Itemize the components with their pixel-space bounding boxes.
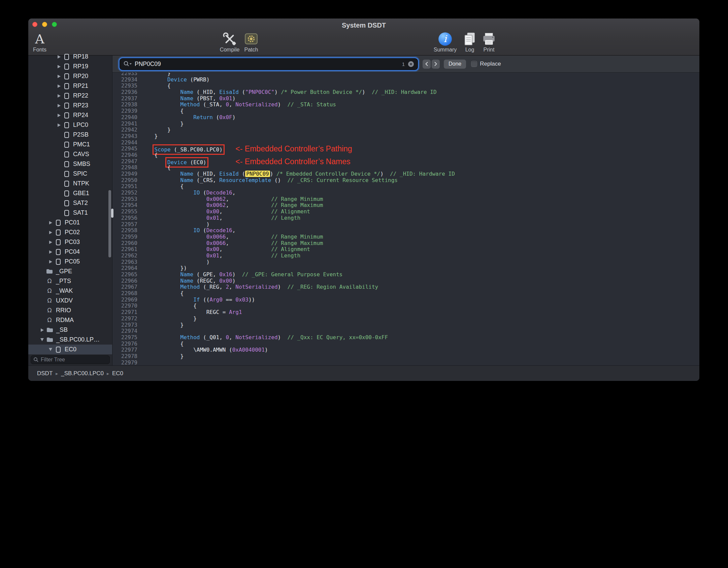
breadcrumb-item[interactable]: DSDT xyxy=(37,370,53,377)
line-number: 22976 xyxy=(112,341,137,347)
search-icon[interactable] xyxy=(123,61,132,67)
disclosure-triangle-icon[interactable] xyxy=(46,221,55,224)
code-line: 22943 } xyxy=(112,133,699,140)
disclosure-triangle-icon[interactable] xyxy=(38,328,46,332)
line-number: 22962 xyxy=(112,253,137,259)
sidebar-item-pc03[interactable]: PC03 xyxy=(28,237,112,247)
toolbar-button-patch[interactable]: Patch xyxy=(239,31,263,53)
code-line: 22966 Name (REGC, 0x00) xyxy=(112,278,699,284)
code-editor[interactable]: 22933 }22934 Device (PWRB)22935 {22936 N… xyxy=(112,73,699,365)
search-field[interactable]: 1 xyxy=(120,59,418,70)
line-number: 22968 xyxy=(112,290,137,297)
code-token: ) xyxy=(232,114,236,120)
sidebar-item-pc05[interactable]: PC05 xyxy=(28,257,112,267)
disclosure-triangle-icon[interactable] xyxy=(55,75,63,78)
sidebar-item-lpc0[interactable]: LPC0 xyxy=(28,120,112,130)
device-icon xyxy=(63,180,70,187)
sidebar-item-smbs[interactable]: SMBS xyxy=(28,159,112,169)
sidebar-item-_sbpc00lp[interactable]: _SB.PC00.LP… xyxy=(28,335,112,345)
line-number: 22950 xyxy=(112,177,137,184)
sidebar-item-_gpe[interactable]: _GPE xyxy=(28,267,112,276)
line-number: 22964 xyxy=(112,265,137,272)
disclosure-triangle-icon[interactable] xyxy=(46,231,55,234)
code-token xyxy=(141,196,206,202)
folder-icon xyxy=(46,268,53,275)
sidebar-item-pc04[interactable]: PC04 xyxy=(28,247,112,257)
disclosure-triangle-icon[interactable] xyxy=(55,55,63,59)
sidebar-item-rdma[interactable]: ΩRDMA xyxy=(28,315,112,325)
device-icon xyxy=(55,346,62,353)
toolbar-button-summary[interactable]: iSummary xyxy=(431,31,459,53)
sidebar-item-pc01[interactable]: PC01 xyxy=(28,218,112,227)
navigation-tree[interactable]: RP18RP19RP20RP21RP22RP23RP24LPC0P2SBPMC1… xyxy=(28,52,112,354)
sidebar-item-pc02[interactable]: PC02 xyxy=(28,227,112,237)
toolbar-button-log[interactable]: Log xyxy=(461,31,478,53)
code-token: EisaId xyxy=(219,171,239,177)
code-token: // _Qxx: EC Query, xx=0x00-0xFF xyxy=(288,334,388,341)
disclosure-triangle-icon[interactable] xyxy=(55,84,63,88)
sidebar-item-ec0[interactable]: EC0 xyxy=(28,345,112,354)
disclosure-triangle-icon[interactable] xyxy=(46,241,55,244)
clear-search-icon[interactable] xyxy=(408,61,414,67)
code-line-content: { xyxy=(141,152,158,158)
code-token: (PWRB) xyxy=(187,76,209,83)
filter-tree-input[interactable] xyxy=(41,357,107,363)
disclosure-triangle-icon[interactable] xyxy=(55,104,63,107)
disclosure-triangle-icon[interactable] xyxy=(46,260,55,263)
disclosure-triangle-icon[interactable] xyxy=(46,250,55,254)
code-token: }) xyxy=(141,265,187,271)
breadcrumb-item[interactable]: _SB.PC00.LPC0 xyxy=(61,370,104,377)
zoom-button[interactable] xyxy=(52,22,57,27)
sidebar-item-ntpk[interactable]: NTPK xyxy=(28,179,112,188)
sidebar-item-rp23[interactable]: RP23 xyxy=(28,101,112,110)
code-line: 22955 0x00, // Alignment xyxy=(112,209,699,215)
sidebar-item-label: GBE1 xyxy=(73,190,89,197)
sidebar-item-rp19[interactable]: RP19 xyxy=(28,62,112,71)
device-icon xyxy=(63,82,70,90)
sidebar-item-gbe1[interactable]: GBE1 xyxy=(28,188,112,198)
sidebar-item-cavs[interactable]: CAVS xyxy=(28,149,112,159)
summary-icon: i xyxy=(437,31,453,47)
sidebar-item-rrio[interactable]: ΩRRIO xyxy=(28,306,112,315)
toolbar-button-print[interactable]: Print xyxy=(478,31,499,53)
sidebar-item-rp20[interactable]: RP20 xyxy=(28,71,112,81)
sidebar-item-label: RRIO xyxy=(56,307,71,314)
disclosure-triangle-icon[interactable] xyxy=(55,65,63,68)
disclosure-triangle-icon[interactable] xyxy=(38,338,46,341)
disclosure-triangle-icon[interactable] xyxy=(46,348,55,351)
sidebar-item-uxdv[interactable]: ΩUXDV xyxy=(28,296,112,306)
sidebar-item-_pts[interactable]: Ω_PTS xyxy=(28,276,112,286)
code-line-content: { xyxy=(141,83,171,89)
sidebar-item-_wak[interactable]: Ω_WAK xyxy=(28,286,112,296)
code-token: 0xA0040001 xyxy=(232,347,265,353)
sidebar-item-rp22[interactable]: RP22 xyxy=(28,91,112,101)
sidebar-item-pmc1[interactable]: PMC1 xyxy=(28,140,112,149)
sidebar-item-sat2[interactable]: SAT2 xyxy=(28,198,112,208)
disclosure-triangle-icon[interactable] xyxy=(55,94,63,98)
sidebar-item-p2sb[interactable]: P2SB xyxy=(28,130,112,140)
previous-match-button[interactable] xyxy=(423,60,431,69)
sidebar-item-rp18[interactable]: RP18 xyxy=(28,52,112,62)
minimize-button[interactable] xyxy=(42,22,47,27)
sidebar-scrollbar-thumb[interactable] xyxy=(108,190,111,257)
sidebar-item-sat1[interactable]: SAT1 xyxy=(28,208,112,218)
sidebar-item-_sb[interactable]: _SB xyxy=(28,325,112,335)
disclosure-triangle-icon[interactable] xyxy=(55,114,63,117)
pane-splitter-handle[interactable] xyxy=(111,209,113,218)
done-button[interactable]: Done xyxy=(444,60,466,69)
breadcrumb-item[interactable]: EC0 xyxy=(112,370,123,377)
filter-field[interactable] xyxy=(31,355,110,364)
toolbar-button-fonts[interactable]: AFonts xyxy=(29,31,51,53)
code-token: , xyxy=(219,208,271,215)
code-token: Name xyxy=(180,89,194,95)
search-input[interactable] xyxy=(135,61,402,68)
next-match-button[interactable] xyxy=(432,60,440,69)
close-button[interactable] xyxy=(32,22,37,27)
sidebar-item-rp24[interactable]: RP24 xyxy=(28,110,112,120)
sidebar-item-spic[interactable]: SPIC xyxy=(28,169,112,179)
replace-checkbox[interactable] xyxy=(471,61,477,67)
sidebar-item-label: LPC0 xyxy=(73,121,88,129)
sidebar-item-rp21[interactable]: RP21 xyxy=(28,81,112,91)
disclosure-triangle-icon[interactable] xyxy=(55,123,63,127)
code-token: , xyxy=(219,246,271,252)
